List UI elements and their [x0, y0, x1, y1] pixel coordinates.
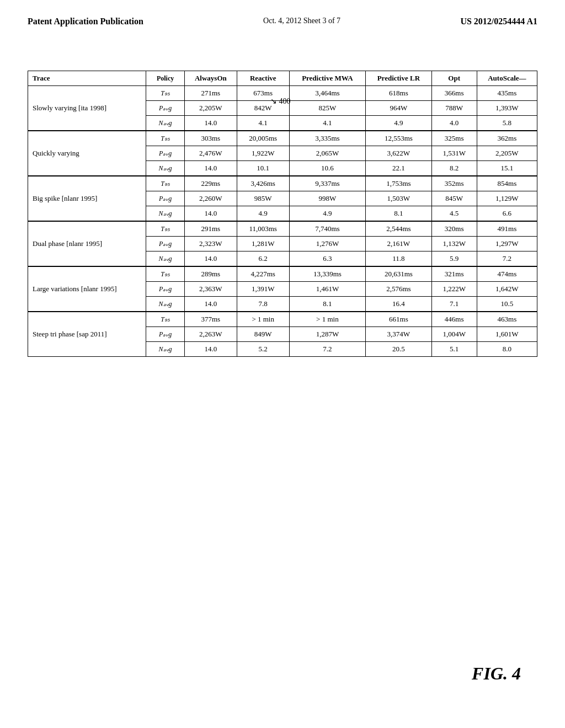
alwayson-cell: 2,263W	[184, 327, 237, 342]
opt-cell: 1,531W	[431, 146, 477, 161]
reactive-cell: 20,005ms	[237, 131, 289, 146]
autoscale-cell: 474ms	[477, 266, 537, 282]
reactive-cell: 10.1	[237, 161, 289, 176]
policy-cell: Pₐᵥg	[146, 101, 185, 116]
pred-mwa-cell: 7.2	[289, 342, 366, 357]
opt-cell: 325ms	[431, 131, 477, 146]
autoscale-cell: 1,601W	[477, 327, 537, 342]
policy-cell: T₉₅	[146, 221, 185, 237]
alwayson-cell: 2,363W	[184, 282, 237, 297]
pred-mwa-cell: > 1 min	[289, 312, 366, 327]
table-row: Quickly varyingT₉₅303ms20,005ms3,335ms12…	[28, 131, 537, 146]
policy-cell: T₉₅	[146, 266, 185, 282]
alwayson-cell: 14.0	[184, 116, 237, 131]
col-header-policy: Policy	[146, 71, 185, 86]
alwayson-cell: 14.0	[184, 297, 237, 312]
pred-lr-cell: 4.9	[366, 116, 431, 131]
reactive-cell: 1,281W	[237, 237, 289, 251]
pred-mwa-cell: 825W	[289, 101, 366, 116]
trace-cell: Big spike [nlanr 1995]	[28, 176, 146, 221]
autoscale-cell: 1,297W	[477, 237, 537, 251]
policy-cell: T₉₅	[146, 131, 185, 146]
alwayson-cell: 2,205W	[184, 101, 237, 116]
opt-cell: 446ms	[431, 312, 477, 327]
alwayson-cell: 303ms	[184, 131, 237, 146]
table-row: Large variations [nlanr 1995]T₉₅289ms4,2…	[28, 266, 537, 282]
autoscale-cell: 2,205W	[477, 146, 537, 161]
main-content: Trace Policy AlwaysOn Reactive Predictiv…	[0, 38, 565, 390]
pred-mwa-cell: 4.9	[289, 206, 366, 222]
autoscale-cell: 7.2	[477, 251, 537, 267]
opt-cell: 366ms	[431, 86, 477, 101]
col-header-reactive: Reactive	[237, 71, 289, 86]
pred-lr-cell: 20.5	[366, 342, 431, 357]
fig-label-text: FIG. 4	[472, 663, 521, 683]
page-header: Patent Application Publication Oct. 4, 2…	[0, 0, 565, 38]
pred-mwa-cell: 8.1	[289, 297, 366, 312]
alwayson-cell: 377ms	[184, 312, 237, 327]
reactive-cell: 985W	[237, 191, 289, 206]
autoscale-cell: 435ms	[477, 86, 537, 101]
alwayson-cell: 14.0	[184, 161, 237, 176]
autoscale-cell: 463ms	[477, 312, 537, 327]
policy-cell: Pₐᵥg	[146, 146, 185, 161]
trace-cell: Dual phase [nlanr 1995]	[28, 221, 146, 266]
figure-label: FIG. 4	[472, 663, 521, 684]
pred-mwa-cell: 10.6	[289, 161, 366, 176]
pred-lr-cell: 12,553ms	[366, 131, 431, 146]
pred-mwa-cell: 2,065W	[289, 146, 366, 161]
autoscale-cell: 1,642W	[477, 282, 537, 297]
autoscale-cell: 8.0	[477, 342, 537, 357]
policy-cell: T₉₅	[146, 86, 185, 101]
pred-lr-cell: 2,161W	[366, 237, 431, 251]
publication-number: US 2012/0254444 A1	[460, 17, 537, 26]
policy-cell: Pₐᵥg	[146, 282, 185, 297]
pred-mwa-cell: 3,335ms	[289, 131, 366, 146]
publication-date-sheet: Oct. 4, 2012 Sheet 3 of 7	[263, 17, 340, 25]
figure-reference-arrow: ↘ 400	[270, 97, 291, 106]
opt-cell: 352ms	[431, 176, 477, 191]
policy-cell: T₉₅	[146, 176, 185, 191]
policy-cell: Nₐᵥg	[146, 161, 185, 176]
policy-cell: Nₐᵥg	[146, 297, 185, 312]
figure-reference-label: 400	[279, 97, 291, 105]
reactive-cell: 849W	[237, 327, 289, 342]
alwayson-cell: 2,323W	[184, 237, 237, 251]
opt-cell: 788W	[431, 101, 477, 116]
opt-cell: 4.5	[431, 206, 477, 222]
pred-lr-cell: 618ms	[366, 86, 431, 101]
col-header-autoscale: AutoScale—	[477, 71, 537, 86]
opt-cell: 8.2	[431, 161, 477, 176]
policy-cell: Nₐᵥg	[146, 206, 185, 222]
pred-lr-cell: 964W	[366, 101, 431, 116]
alwayson-cell: 289ms	[184, 266, 237, 282]
pred-lr-cell: 22.1	[366, 161, 431, 176]
table-row: Big spike [nlanr 1995]T₉₅229ms3,426ms9,3…	[28, 176, 537, 191]
pred-mwa-cell: 9,337ms	[289, 176, 366, 191]
opt-cell: 5.9	[431, 251, 477, 267]
opt-cell: 4.0	[431, 116, 477, 131]
pred-lr-cell: 20,631ms	[366, 266, 431, 282]
pred-mwa-cell: 1,461W	[289, 282, 366, 297]
autoscale-cell: 15.1	[477, 161, 537, 176]
pred-mwa-cell: 1,276W	[289, 237, 366, 251]
alwayson-cell: 14.0	[184, 251, 237, 267]
opt-cell: 1,132W	[431, 237, 477, 251]
policy-cell: Nₐᵥg	[146, 342, 185, 357]
col-header-alwayson: AlwaysOn	[184, 71, 237, 86]
pred-lr-cell: 1,503W	[366, 191, 431, 206]
policy-cell: Nₐᵥg	[146, 251, 185, 267]
col-header-trace: Trace	[28, 71, 146, 86]
autoscale-cell: 1,393W	[477, 101, 537, 116]
alwayson-cell: 229ms	[184, 176, 237, 191]
pred-lr-cell: 11.8	[366, 251, 431, 267]
trace-cell: Large variations [nlanr 1995]	[28, 266, 146, 312]
policy-cell: Pₐᵥg	[146, 237, 185, 251]
opt-cell: 1,004W	[431, 327, 477, 342]
reactive-cell: 4,227ms	[237, 266, 289, 282]
pred-lr-cell: 16.4	[366, 297, 431, 312]
alwayson-cell: 14.0	[184, 342, 237, 357]
col-header-pred-lr: Predictive LR	[366, 71, 431, 86]
alwayson-cell: 14.0	[184, 206, 237, 222]
data-table: Trace Policy AlwaysOn Reactive Predictiv…	[28, 71, 537, 357]
